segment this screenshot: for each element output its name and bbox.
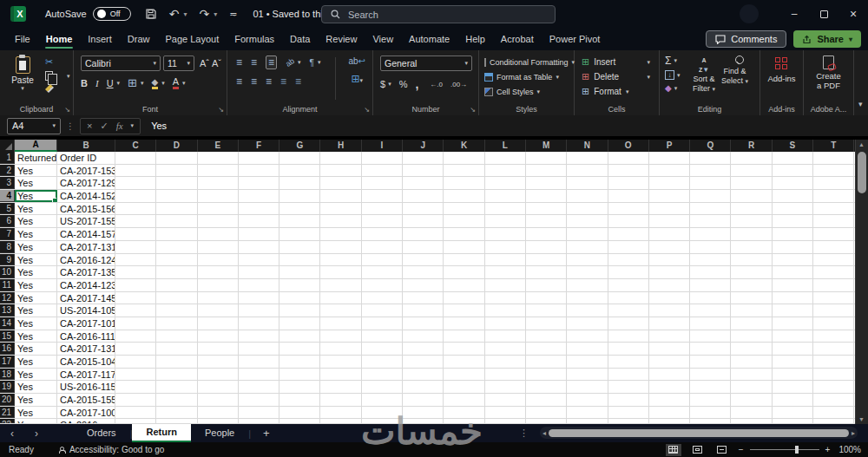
row-header[interactable]: 8 (0, 241, 15, 253)
alignment-dialog-launcher-icon[interactable]: ↘ (364, 106, 370, 114)
paste-button[interactable]: Paste ▾ (7, 56, 38, 92)
orientation-button[interactable]: ab (284, 56, 296, 69)
page-layout-view-button[interactable] (690, 444, 706, 456)
zoom-level[interactable]: 100% (838, 445, 861, 454)
column-header[interactable]: J (403, 140, 444, 152)
cell-returned[interactable]: Yes (15, 317, 57, 330)
undo-icon[interactable]: ↶ (169, 7, 180, 21)
row-header[interactable]: 7 (0, 228, 15, 240)
formula-bar-splitter-icon[interactable]: ⋮ (66, 121, 75, 131)
column-header[interactable]: R (731, 140, 772, 152)
cell-returned[interactable]: Yes (15, 330, 57, 343)
formula-input[interactable]: Yes (151, 121, 868, 131)
customize-qat-icon[interactable]: ≂ (229, 9, 237, 20)
cell-order-id[interactable]: CA-2017-101805 (57, 317, 115, 330)
tab-automate[interactable]: Automate (401, 29, 457, 49)
paste-dropdown-icon[interactable]: ▾ (7, 85, 38, 92)
close-button[interactable]: × (838, 0, 868, 28)
underline-dropdown-icon[interactable]: ▾ (117, 80, 121, 87)
cell-returned[interactable]: Yes (15, 381, 57, 393)
insert-function-icon[interactable]: fx (116, 121, 123, 131)
select-all-button[interactable] (0, 140, 15, 152)
cell-returned[interactable]: Yes (15, 254, 57, 266)
cell-order-id[interactable]: CA-2016-111682 (57, 330, 115, 343)
cell-order-id[interactable]: US-2014-105137 (57, 304, 115, 317)
font-color-dropdown-icon[interactable]: ▾ (182, 80, 186, 87)
share-button[interactable]: Share ▾ (793, 30, 861, 48)
cell-returned[interactable]: Yes (15, 407, 57, 419)
empty-cells[interactable] (115, 177, 868, 189)
tab-draw[interactable]: Draw (120, 29, 158, 49)
fill-color-dropdown-icon[interactable]: ▾ (161, 80, 165, 87)
row-header[interactable]: 12 (0, 292, 15, 304)
merge-dropdown-icon[interactable]: ▾ (360, 77, 364, 83)
cell-returned[interactable]: Yes (15, 165, 57, 177)
tab-acrobat[interactable]: Acrobat (493, 29, 542, 49)
accounting-format-button[interactable]: $ (380, 79, 385, 89)
underline-button[interactable]: U (107, 78, 114, 88)
empty-cells[interactable] (115, 266, 868, 278)
cell-order-id[interactable]: CA-2014-123225 (57, 279, 115, 291)
cell-order-id[interactable]: CA-2017-145772 (57, 292, 115, 304)
zoom-out-icon[interactable]: − (739, 445, 744, 454)
cell-returned[interactable]: Yes (15, 177, 57, 189)
cell-order-id[interactable]: US-2017-155999 (57, 215, 115, 227)
redo-icon[interactable]: ↷ (199, 7, 209, 21)
column-header[interactable]: G (279, 140, 320, 152)
cell-returned[interactable]: Yes (15, 419, 57, 423)
column-header[interactable]: D (156, 140, 197, 152)
cell-returned[interactable]: Yes (15, 279, 57, 291)
row-header[interactable]: 14 (0, 317, 15, 330)
row-header[interactable]: 22 (0, 419, 15, 423)
column-header[interactable]: Q (690, 140, 731, 152)
accessibility-status[interactable]: Accessibility: Good to go (58, 445, 165, 454)
fill-button[interactable]: ↓▾ (665, 70, 691, 80)
zoom-in-icon[interactable]: + (825, 445, 831, 454)
decrease-font-size-button[interactable]: Aˇ (212, 58, 221, 69)
align-left-button[interactable]: ≡ (236, 75, 242, 88)
cell-order-id[interactable]: CA-2017-117926 (57, 369, 115, 381)
autosum-button[interactable]: Σ▾ (665, 55, 691, 67)
empty-cells[interactable] (115, 407, 868, 419)
tab-help[interactable]: Help (457, 29, 493, 49)
column-header[interactable]: N (567, 140, 608, 152)
empty-cells[interactable] (115, 190, 868, 202)
format-painter-icon[interactable] (45, 84, 54, 93)
orientation-dropdown-icon[interactable]: ▾ (298, 59, 301, 66)
cell-order-id[interactable]: CA-2017-100111 (57, 407, 115, 419)
vertical-scrollbar[interactable]: ▲ ▼ (855, 140, 868, 424)
empty-cells[interactable] (115, 152, 868, 164)
insert-cells-button[interactable]: ⊞ Insert ▾ (582, 55, 659, 69)
row-header[interactable]: 4 (0, 190, 15, 202)
cell-returned[interactable]: Yes (15, 228, 57, 240)
cell-order-id[interactable]: CA-2017-129707 (57, 177, 115, 189)
column-header[interactable]: I (362, 140, 403, 152)
increase-indent-button[interactable]: ≡ (295, 75, 301, 88)
cell-order-id[interactable]: US-2016-115952 (57, 381, 115, 393)
horizontal-scroll-thumb[interactable] (549, 429, 849, 437)
tab-data[interactable]: Data (282, 29, 318, 49)
align-bottom-button[interactable]: ≡ (266, 55, 277, 69)
empty-cells[interactable] (115, 330, 868, 343)
format-as-table-button[interactable]: Format as Table ▾ (484, 69, 574, 84)
minimize-button[interactable]: – (779, 0, 809, 28)
font-color-button[interactable]: A (173, 76, 179, 89)
column-header[interactable]: P (649, 140, 690, 152)
font-dialog-launcher-icon[interactable]: ↘ (218, 106, 224, 114)
empty-cells[interactable] (115, 304, 868, 317)
cell-order-id[interactable]: CA-2014-157924 (57, 228, 115, 240)
cell-order-id[interactable]: CA-2016-… (57, 419, 115, 423)
addins-button[interactable]: Add-ins (760, 57, 803, 83)
cut-icon[interactable]: ✂ (45, 56, 53, 68)
scroll-right-icon[interactable]: ▸ (849, 429, 858, 437)
autosave-toggle[interactable]: Off (93, 7, 131, 21)
cell-order-id[interactable]: CA-2015-104129 (57, 356, 115, 368)
cell-returned[interactable]: Yes (15, 343, 57, 355)
conditional-formatting-button[interactable]: Conditional Formatting ▾ (484, 55, 574, 69)
cell-returned[interactable]: Yes (15, 292, 57, 304)
sheet-options-icon[interactable]: ⋮ (519, 428, 529, 439)
cell-order-id[interactable]: CA-2017-131807 (57, 241, 115, 253)
decrease-decimal-button[interactable]: .00→ (450, 81, 467, 88)
comments-button[interactable]: Comments (706, 30, 786, 48)
column-header[interactable]: F (239, 140, 279, 152)
